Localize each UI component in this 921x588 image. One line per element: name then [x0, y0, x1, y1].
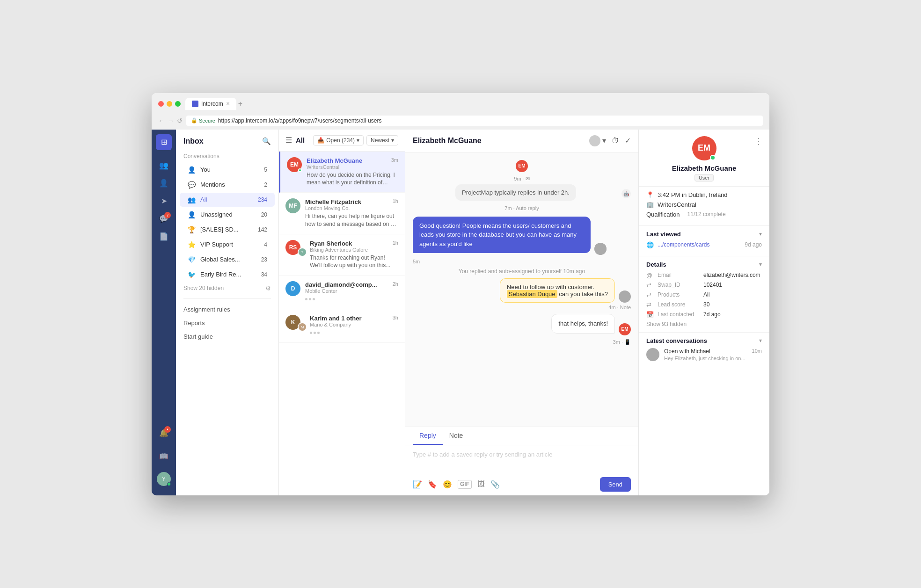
location-row: 📍 3:42 PM in Dublin, Ireland	[646, 191, 762, 198]
conv-header-actions: ▾ ⏱ ✓	[589, 135, 631, 146]
forward-button[interactable]: →	[168, 117, 174, 124]
minimize-button[interactable]	[167, 101, 172, 107]
new-tab-button[interactable]: +	[238, 100, 242, 108]
details-chevron[interactable]: ▾	[759, 261, 762, 268]
reply-input[interactable]: Type # to add a saved reply or try sendi…	[405, 445, 638, 473]
sidebar-icon-articles[interactable]: 📄	[156, 229, 172, 245]
nav-panel: Inbox 🔍 Conversations 👤 You 5 💬 Mentions…	[176, 130, 279, 495]
global-label: Global Sales...	[200, 256, 240, 263]
sidebar-icon-outbound[interactable]: ➤	[156, 193, 172, 209]
menu-icon[interactable]: ☰	[285, 136, 292, 145]
user-type-badge: User	[694, 174, 714, 181]
mentions-label: Mentions	[200, 181, 225, 188]
newest-filter-button[interactable]: Newest ▾	[366, 135, 398, 145]
sidebar-icon-contacts[interactable]: 👤	[156, 175, 172, 191]
leadscore-row: ⇄ Lead score 30	[646, 301, 762, 308]
show-hidden-button[interactable]: Show 20 hidden	[183, 285, 224, 291]
more-options-button[interactable]: ⋮	[754, 136, 763, 146]
tab-close-button[interactable]: ✕	[226, 101, 230, 106]
icon-sidebar: ⊞ 👥 👤 ➤ 💬 7 📄 🔔 • 📖 Y	[152, 130, 176, 495]
conv-time-4: 2h	[393, 281, 398, 287]
sidebar-icon-help[interactable]: 📖	[156, 449, 172, 465]
latest-conv-chevron[interactable]: ▾	[759, 337, 762, 344]
auto-reply-icon: 🤖	[621, 184, 631, 203]
nav-item-global[interactable]: 💎 Global Sales... 23	[180, 253, 275, 267]
user-online-indicator	[710, 155, 716, 160]
right-panel: ⋮ EM Elizabeth McGuane User 📍 3:42 PM in…	[638, 130, 769, 495]
nav-item-sales[interactable]: 🏆 [SALES] SD... 142	[180, 223, 275, 237]
maximize-button[interactable]	[175, 101, 181, 107]
bot-icon: 🤖	[621, 189, 631, 198]
emoji-icon[interactable]: 😊	[443, 480, 452, 489]
nav-item-mentions[interactable]: 💬 Mentions 2	[180, 178, 275, 192]
nav-item-you[interactable]: 👤 You 5	[180, 163, 275, 177]
leadscore-icon: ⇄	[646, 301, 654, 308]
user-avatar-sidebar[interactable]: Y	[157, 472, 171, 486]
close-button[interactable]	[158, 101, 164, 107]
last-viewed-chevron[interactable]: ▾	[759, 231, 762, 237]
auto-reply-meta: 9m · ✉	[413, 174, 631, 182]
qualification-value: 11/12 complete	[687, 211, 726, 218]
refresh-button[interactable]: ↺	[177, 117, 183, 124]
conversation-item-4[interactable]: D david_diamond@comp... 2h Mobile Center	[279, 276, 405, 309]
conversation-item-3[interactable]: RS Y Ryan Sherlock 1h Biking Adventures …	[279, 234, 405, 276]
snooze-button[interactable]: ⏱	[612, 137, 619, 145]
nav-assignment-rules[interactable]: Assignment rules	[176, 303, 278, 316]
conversation-messages: EM 9m · ✉ ProjectMap typically replies i…	[405, 152, 638, 427]
browser-tab[interactable]: Intercom ✕	[185, 98, 236, 110]
reply-tools: 📝 🔖 😊 GIF 🖼 📎	[413, 480, 500, 489]
nav-item-vip[interactable]: ⭐ VIP Support 4	[180, 238, 275, 252]
settings-gear-icon[interactable]: ⚙	[265, 285, 271, 292]
bookmark-icon[interactable]: 🔖	[428, 480, 437, 489]
conv-time-3: 1h	[393, 240, 398, 246]
conv-list-title: All	[296, 136, 305, 144]
online-dot-1	[298, 168, 302, 172]
conv-list-header: ☰ All 📥 Open (234) ▾ Newest ▾	[279, 130, 405, 152]
attachment-icon[interactable]: 📎	[490, 480, 500, 489]
conversation-item-2[interactable]: MF Michelle Fitzpatrick 1h London Moving…	[279, 193, 405, 234]
sidebar-icon-inbox[interactable]: 👥	[156, 158, 172, 174]
reply-tab[interactable]: Reply	[413, 427, 443, 445]
assign-button[interactable]: ▾	[589, 135, 606, 146]
sidebar-icon-messages[interactable]: 💬 7	[156, 211, 172, 227]
company-icon: 🏢	[646, 201, 654, 208]
back-button[interactable]: ←	[158, 117, 165, 124]
last-viewed-url[interactable]: .../components/cards	[658, 241, 741, 248]
conv-name-4: david_diamond@comp...	[305, 281, 377, 288]
auto-assign-message: You replied and auto-assigned to yoursel…	[413, 268, 631, 275]
agent-message-text: Good question! People means the users/ c…	[419, 222, 577, 247]
image-icon[interactable]: 🖼	[477, 480, 485, 489]
gif-button[interactable]: GIF	[458, 480, 472, 489]
search-button[interactable]: 🔍	[262, 137, 271, 145]
logo-icon: ⊞	[161, 138, 167, 146]
typing-indicator-5	[310, 329, 398, 337]
mentions-count: 2	[264, 181, 267, 188]
nav-reports[interactable]: Reports	[176, 316, 278, 330]
latest-conv-item-1[interactable]: Open with Michael Hey Elizabeth, just ch…	[646, 348, 762, 361]
qualification-label: Qualification	[646, 211, 680, 218]
app-logo[interactable]: ⊞	[156, 134, 172, 150]
conversation-item-1[interactable]: EM Elizabeth McGuane 3m WritersCentral H…	[279, 152, 405, 193]
email-icon: @	[646, 272, 654, 279]
nav-item-earlybird[interactable]: 🐦 Early Bird Re... 34	[180, 268, 275, 282]
newest-filter-chevron: ▾	[391, 137, 394, 144]
company-row: 🏢 WritersCentral	[646, 201, 762, 208]
note-tab[interactable]: Note	[443, 427, 470, 445]
latest-conv-time-1: 10m	[752, 348, 762, 354]
resolve-button[interactable]: ✓	[625, 136, 631, 145]
nav-item-all[interactable]: 👥 All 234	[180, 193, 275, 207]
typing-indicator-4	[305, 295, 398, 303]
sidebar-icon-notifications[interactable]: 🔔 •	[156, 425, 172, 441]
conversation-item-5[interactable]: K M Karim and 1 other 3h Mario & Company	[279, 309, 405, 343]
nav-item-unassigned[interactable]: 👤 Unassigned 20	[180, 208, 275, 222]
nav-start-guide[interactable]: Start guide	[176, 330, 278, 343]
send-button[interactable]: Send	[600, 477, 631, 492]
formatting-icon[interactable]: 📝	[413, 480, 422, 489]
email-value: elizabeth@writers.com	[703, 272, 760, 278]
auto-reply-container: EM	[413, 160, 631, 172]
vip-icon: ⭐	[187, 241, 196, 248]
last-viewed-header: Last viewed ▾	[646, 231, 762, 238]
open-filter-button[interactable]: 📥 Open (234) ▾	[313, 135, 364, 145]
open-filter-label: Open (234)	[326, 137, 355, 144]
show-hidden-details-link[interactable]: Show 93 hidden	[646, 321, 762, 327]
